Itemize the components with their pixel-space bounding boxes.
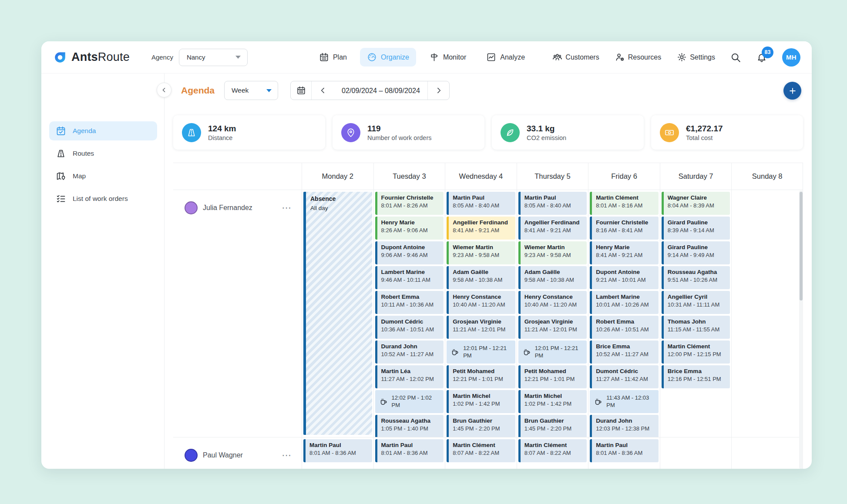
work-order-card[interactable]: Martin Michel1:02 PM - 1:42 PM — [447, 390, 515, 413]
work-order-card[interactable]: Martin Clément8:07 AM - 8:22 AM — [518, 439, 587, 462]
break-card[interactable]: 12:02 PM - 1:02 PM — [375, 390, 444, 413]
tab-monitor[interactable]: Monitor — [422, 48, 473, 67]
work-order-card[interactable]: Petit Mohamed12:21 PM - 1:01 PM — [518, 365, 587, 388]
work-order-card[interactable]: Martin Clément8:01 AM - 8:16 AM — [590, 192, 659, 215]
nav-item-settings[interactable]: Settings — [677, 52, 715, 62]
vertical-scrollbar[interactable] — [799, 190, 803, 469]
brand-logo[interactable]: AntsRoute — [53, 50, 130, 65]
work-order-name: Brun Gauthier — [453, 417, 513, 424]
work-order-time: 11:21 AM - 12:01 PM — [453, 326, 513, 333]
work-order-card[interactable]: Durand John10:52 AM - 11:27 AM — [375, 340, 444, 364]
break-card[interactable]: 12:01 PM - 12:21 PM — [518, 340, 587, 364]
work-order-card[interactable]: Wagner Claire8:04 AM - 8:39 AM — [662, 192, 730, 215]
work-order-card[interactable]: Henry Marie8:26 AM - 9:06 AM — [375, 217, 444, 240]
work-order-card[interactable]: Henry Constance10:40 AM - 11:20 AM — [518, 291, 587, 314]
work-order-name: Dupont Antoine — [381, 244, 441, 250]
next-week-button[interactable] — [427, 81, 449, 100]
work-order-card[interactable]: Robert Emma10:26 AM - 10:51 AM — [590, 316, 659, 339]
search-icon — [730, 52, 741, 63]
work-order-card[interactable]: Rousseau Agatha1:05 PM - 1:40 PM — [375, 415, 444, 437]
tab-organize[interactable]: Organize — [360, 48, 416, 67]
work-order-time: 8:01 AM - 8:36 AM — [309, 450, 370, 456]
collapse-sidebar-button[interactable] — [157, 83, 171, 97]
work-order-card[interactable]: Wiemer Martin9:23 AM - 9:58 AM — [447, 241, 515, 264]
work-order-card[interactable]: Lambert Marine9:46 AM - 10:11 AM — [375, 266, 444, 289]
sidebar-item-routes[interactable]: Routes — [49, 144, 157, 163]
work-order-name: Durand John — [381, 343, 441, 350]
stat-label: Distance — [208, 134, 236, 141]
work-order-card[interactable]: Wiemer Martin9:23 AM - 9:58 AM — [518, 241, 587, 264]
banknote-icon — [660, 123, 679, 142]
work-order-card[interactable]: Fournier Christelle8:01 AM - 8:26 AM — [375, 192, 444, 215]
work-order-card[interactable]: Girard Pauline8:39 AM - 9:14 AM — [662, 217, 730, 240]
break-card[interactable]: 12:01 PM - 12:21 PM — [447, 340, 515, 364]
work-order-card[interactable]: Henry Marie8:41 AM - 9:21 AM — [590, 241, 659, 264]
work-order-card[interactable]: Martin Clément12:00 PM - 12:15 PM — [662, 340, 730, 364]
break-time: 12:01 PM - 12:21 PM — [463, 345, 513, 360]
work-order-card[interactable]: Henry Constance10:40 AM - 11:20 AM — [447, 291, 515, 314]
work-order-card[interactable]: Brice Emma10:52 AM - 11:27 AM — [590, 340, 659, 364]
work-order-card[interactable]: Adam Gaëlle9:58 AM - 10:38 AM — [447, 266, 515, 289]
work-order-card[interactable]: Adam Gaëlle9:58 AM - 10:38 AM — [518, 266, 587, 289]
notifications-button[interactable]: 83 — [756, 52, 767, 63]
work-order-card[interactable]: Brun Gauthier1:45 PM - 2:20 PM — [447, 415, 515, 437]
work-order-card[interactable]: Dupont Antoine9:06 AM - 9:46 AM — [375, 241, 444, 264]
row-menu-button[interactable]: ⋯ — [282, 453, 292, 457]
absence-time: All day — [310, 205, 368, 211]
stat-text: 119Number of work orders — [367, 123, 431, 142]
work-order-card[interactable]: Martin Michel1:02 PM - 1:42 PM — [518, 390, 587, 413]
add-work-order-button[interactable] — [783, 82, 801, 100]
work-order-card[interactable]: Rousseau Agatha9:51 AM - 10:26 AM — [662, 266, 730, 289]
work-order-card[interactable]: Angellier Ferdinand8:41 AM - 9:21 AM — [447, 217, 515, 240]
leaf-icon — [501, 123, 520, 142]
period-select[interactable]: Week — [224, 81, 278, 100]
work-order-card[interactable]: Martin Léa11:27 AM - 12:02 PM — [375, 365, 444, 388]
work-order-card[interactable]: Angellier Cyril10:31 AM - 11:11 AM — [662, 291, 730, 314]
work-order-card[interactable]: Martin Paul8:05 AM - 8:40 AM — [447, 192, 515, 215]
sidebar-item-map[interactable]: Map — [49, 167, 157, 186]
work-order-card[interactable]: Lambert Marine10:01 AM - 10:26 AM — [590, 291, 659, 314]
search-button[interactable] — [730, 52, 741, 63]
agency-select[interactable]: Nancy — [179, 49, 248, 66]
absence-card[interactable]: AbsenceAll day — [303, 192, 372, 435]
stat-text: 124 kmDistance — [208, 123, 236, 142]
work-order-card[interactable]: Robert Emma10:11 AM - 10:36 AM — [375, 291, 444, 314]
work-order-card[interactable]: Durand John12:03 PM - 12:38 PM — [590, 415, 659, 437]
work-order-card[interactable]: Angellier Ferdinand8:41 AM - 9:21 AM — [518, 217, 587, 240]
previous-week-button[interactable] — [312, 81, 334, 100]
work-order-card[interactable]: Martin Paul8:01 AM - 8:36 AM — [375, 439, 444, 462]
work-order-card[interactable]: Fournier Christelle8:16 AM - 8:41 AM — [590, 217, 659, 240]
work-order-card[interactable]: Grosjean Virginie11:21 AM - 12:01 PM — [447, 316, 515, 339]
break-card[interactable]: 11:43 AM - 12:03 PM — [590, 390, 659, 413]
agency-label: Agency — [151, 53, 173, 61]
work-order-card[interactable]: Dumont Cédric10:36 AM - 10:51 AM — [375, 316, 444, 339]
day-header-thursday-5: Thursday 5 — [517, 163, 588, 190]
row-menu-button[interactable]: ⋯ — [282, 206, 292, 210]
work-order-time: 8:41 AM - 9:21 AM — [524, 227, 585, 234]
work-order-card[interactable]: Martin Paul8:05 AM - 8:40 AM — [518, 192, 587, 215]
user-avatar[interactable]: MH — [782, 48, 800, 67]
work-order-card[interactable]: Dupont Antoine9:21 AM - 10:01 AM — [590, 266, 659, 289]
nav-item-customers[interactable]: Customers — [552, 52, 599, 62]
work-order-card[interactable]: Girard Pauline9:14 AM - 9:49 AM — [662, 241, 730, 264]
work-order-card[interactable]: Brice Emma12:16 PM - 12:51 PM — [662, 365, 730, 388]
calendar-picker-button[interactable] — [291, 81, 312, 100]
work-order-card[interactable]: Petit Mohamed12:21 PM - 1:01 PM — [447, 365, 515, 388]
sidebar-item-agenda[interactable]: Agenda — [49, 121, 157, 140]
sidebar-item-list-of-work-orders[interactable]: List of work orders — [49, 189, 157, 208]
work-order-card[interactable]: Martin Paul8:01 AM - 8:36 AM — [590, 439, 659, 462]
scrollbar-thumb[interactable] — [800, 192, 803, 300]
work-order-card[interactable]: Martin Clément8:07 AM - 8:22 AM — [447, 439, 515, 462]
nav-item-resources[interactable]: Resources — [615, 52, 661, 62]
tab-plan[interactable]: Plan — [312, 48, 354, 67]
work-order-card[interactable]: Martin Paul8:01 AM - 8:36 AM — [303, 439, 372, 462]
work-order-card[interactable]: Dumont Cédric11:27 AM - 11:42 AM — [590, 365, 659, 388]
work-order-name: Henry Constance — [453, 294, 513, 300]
work-order-time: 8:01 AM - 8:36 AM — [596, 450, 656, 456]
work-order-card[interactable]: Grosjean Virginie11:21 AM - 12:01 PM — [518, 316, 587, 339]
work-order-card[interactable]: Brun Gauthier1:45 PM - 2:20 PM — [518, 415, 587, 437]
tab-analyze[interactable]: Analyze — [479, 48, 532, 67]
work-order-name: Thomas John — [668, 318, 728, 325]
work-order-card[interactable]: Thomas John11:15 AM - 11:55 AM — [662, 316, 730, 339]
stat-card-co2-emission: 33.1 kgCO2 emission — [492, 115, 644, 150]
